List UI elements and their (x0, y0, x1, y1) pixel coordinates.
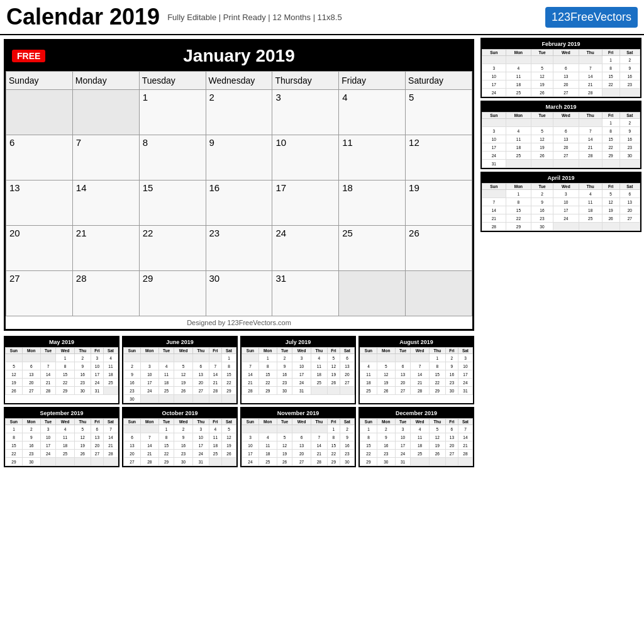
day-header: Thu (192, 348, 209, 354)
day-header: Fri (209, 419, 221, 425)
table-row: 567891011 (6, 362, 118, 370)
date-cell (395, 354, 411, 362)
date-cell (579, 223, 602, 231)
date-cell: 8 (360, 433, 377, 441)
table-row: 17181920212223 (482, 80, 640, 89)
date-cell: 27 (6, 271, 73, 316)
date-cell: 21 (579, 80, 602, 89)
date-cell: 17 (272, 180, 339, 226)
table-row: 18192021222324 (360, 379, 473, 387)
date-cell (192, 354, 209, 362)
day-header: Sat (103, 419, 118, 425)
date-cell: 20 (445, 441, 458, 450)
date-cell: 22 (602, 143, 619, 152)
day-header: Sun (6, 348, 23, 354)
date-cell: 7 (411, 362, 429, 370)
date-cell: 20 (292, 450, 311, 458)
date-cell: 28 (140, 458, 158, 466)
january-title: January 2019 (11, 46, 467, 66)
date-cell: 30 (124, 395, 141, 403)
date-cell: 29 (56, 387, 74, 395)
date-cell: 7 (72, 135, 139, 180)
table-row: 12 (482, 119, 640, 127)
date-cell: 5 (429, 425, 445, 433)
days-header-row: Sunday Monday Tuesday Wednesday Thursday… (6, 72, 472, 90)
date-cell: 26 (74, 450, 91, 458)
date-cell (209, 395, 221, 403)
date-cell (140, 354, 158, 362)
date-cell (445, 458, 458, 466)
date-cell (411, 354, 429, 362)
date-cell (411, 458, 429, 466)
date-cell (482, 190, 506, 198)
date-cell: 6 (292, 433, 311, 441)
date-cell: 15 (429, 370, 445, 379)
date-cell: 4 (411, 425, 429, 433)
date-cell: 20 (619, 206, 640, 214)
date-cell: 27 (91, 450, 103, 458)
date-cell: 26 (174, 387, 192, 395)
date-cell: 22 (506, 214, 531, 223)
date-cell: 22 (602, 80, 619, 89)
date-cell: 6 (91, 425, 103, 433)
date-cell: 13 (91, 433, 103, 441)
table-row: 10111213141516 (242, 441, 355, 450)
date-cell: 10 (458, 362, 472, 370)
date-cell (579, 160, 602, 168)
day-header: Wed (56, 348, 74, 354)
date-cell: 11 (258, 441, 277, 450)
date-cell: 11 (506, 72, 531, 80)
date-cell: 30 (174, 458, 192, 466)
date-cell: 18 (103, 370, 118, 379)
date-cell (553, 160, 579, 168)
date-cell: 11 (339, 135, 406, 180)
date-cell (429, 458, 445, 466)
designed-by: Designed by 123FreeVectors.com (6, 316, 472, 329)
date-cell (158, 395, 174, 403)
date-cell: 1 (258, 354, 277, 362)
date-cell: 7 (103, 425, 118, 433)
day-header: Tue (40, 348, 56, 354)
date-cell: 12 (429, 433, 445, 441)
date-cell: 5 (74, 425, 91, 433)
date-cell: 24 (140, 387, 158, 395)
date-cell: 5 (406, 90, 472, 135)
date-cell: 19 (74, 441, 91, 450)
table-row: 1 (124, 354, 236, 362)
date-cell: 31 (292, 387, 311, 395)
date-cell (619, 89, 640, 97)
date-cell: 10 (482, 135, 506, 143)
date-cell: 5 (531, 127, 553, 135)
day-header: Mon (140, 348, 158, 354)
day-header: Mon (258, 419, 277, 425)
table-row: 12345 (124, 425, 236, 433)
date-cell: 23 (206, 226, 272, 271)
date-cell: 4 (579, 190, 602, 198)
date-cell: 3 (40, 425, 56, 433)
day-header: Fri (602, 50, 619, 56)
day-header: Sun (360, 419, 377, 425)
october-calendar: October 2019SunMonTueWedThuFriSat1234567… (122, 407, 238, 467)
date-cell: 18 (360, 379, 377, 387)
date-cell: 19 (531, 80, 553, 89)
date-cell (40, 354, 56, 362)
date-cell: 23 (277, 379, 292, 387)
date-cell: 22 (221, 379, 236, 387)
date-cell: 15 (158, 441, 174, 450)
date-cell: 19 (327, 370, 340, 379)
date-cell: 25 (103, 379, 118, 387)
day-header: Mon (377, 348, 395, 354)
date-cell: 9 (445, 362, 458, 370)
day-header: Tue (277, 348, 292, 354)
table-row: 2728293031 (6, 271, 472, 316)
table-row: 24252627282930 (482, 152, 640, 160)
date-cell: 14 (209, 370, 221, 379)
date-cell: 2 (340, 425, 354, 433)
date-cell: 25 (258, 458, 277, 466)
date-cell: 20 (22, 379, 40, 387)
date-cell: 12 (174, 370, 192, 379)
table-row: 45678910 (360, 362, 473, 370)
date-cell (103, 387, 118, 395)
table-row: 12 (482, 56, 640, 64)
day-header: Fri (327, 348, 340, 354)
